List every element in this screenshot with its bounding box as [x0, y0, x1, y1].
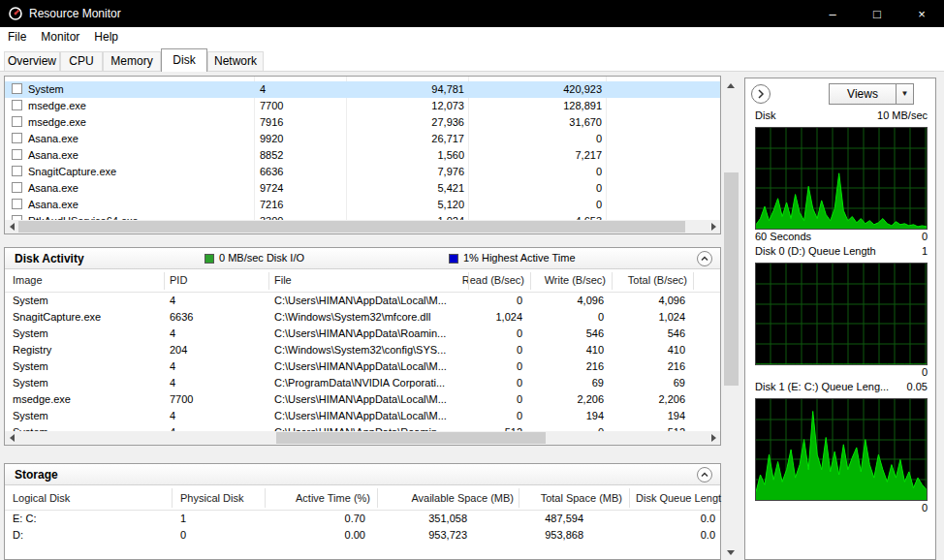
column-header-physical-disk[interactable]: Physical Disk	[180, 492, 243, 504]
chevron-down-icon[interactable]: ▼	[896, 84, 913, 104]
available-space-cell: 351,058	[370, 513, 467, 524]
process-checkbox[interactable]	[12, 116, 22, 127]
collapse-disk-activity-button[interactable]	[697, 251, 712, 266]
process-checkbox[interactable]	[12, 166, 22, 176]
column-divider	[468, 272, 469, 290]
scrollbar-thumb[interactable]	[724, 172, 739, 386]
storage-header: Storage	[5, 464, 720, 485]
pid-cell: 4	[170, 360, 175, 372]
process-row[interactable]: SnagitCapture.exe 6636 7,976 0	[5, 164, 720, 180]
scrollbar-thumb[interactable]	[18, 221, 685, 233]
process-checkbox[interactable]	[12, 199, 22, 209]
column-header-available-space[interactable]: Available Space (MB)	[388, 492, 514, 504]
disk-activity-row[interactable]: Registry 204 C:\Windows\System32\config\…	[5, 342, 720, 358]
column-header-read[interactable]: Read (B/sec)	[447, 274, 524, 286]
tab-memory[interactable]: Memory	[103, 51, 161, 71]
image-cell: System	[13, 295, 48, 306]
scroll-left-icon[interactable]	[5, 220, 18, 233]
process-image-cell: Asana.exe	[28, 182, 79, 194]
disk-queue-cell: 0.0	[638, 529, 715, 541]
column-header-file[interactable]: File	[274, 274, 292, 286]
column-header-image[interactable]: Image	[13, 274, 43, 286]
graph-max-label: 1	[922, 245, 928, 261]
logical-disk-cell: D:	[13, 529, 23, 541]
process-row[interactable]: Asana.exe 7216 5,120 0	[5, 197, 720, 213]
maximize-button[interactable]: □	[855, 0, 899, 27]
disk-activity-row[interactable]: SnagitCapture.exe 6636 C:\Windows\System…	[5, 309, 720, 326]
menu-file[interactable]: File	[8, 30, 33, 44]
tabbar: Overview CPU Memory Disk Network	[0, 47, 944, 72]
scroll-right-icon[interactable]	[707, 220, 720, 233]
file-cell: C:\Windows\System32\mfcore.dll	[274, 311, 468, 323]
views-button[interactable]: Views ▼	[829, 83, 914, 105]
process-row[interactable]: msedge.exe 7700 12,073 128,891	[5, 98, 720, 114]
storage-row[interactable]: E: C: 1 0.70 351,058 487,594 0.0	[5, 511, 720, 527]
process-checkbox[interactable]	[12, 100, 22, 110]
process-row[interactable]: msedge.exe 7916 27,936 31,670	[5, 114, 720, 131]
total-cell: 1,024	[612, 311, 685, 323]
total-cell: 2,206	[612, 393, 685, 405]
process-row[interactable]: System 4 94,781 420,923	[5, 81, 720, 98]
image-cell: System	[13, 410, 48, 421]
maximize-icon: □	[873, 7, 881, 21]
column-header-pid[interactable]: PID	[170, 274, 187, 286]
tab-network[interactable]: Network	[207, 51, 264, 71]
process-read-cell: 7,976	[354, 166, 464, 177]
process-checkbox[interactable]	[12, 182, 22, 193]
window-controls: – □ ×	[810, 0, 944, 27]
disk-activity-row[interactable]: System 4 C:\Users\HIMAN\AppData\Local\M.…	[5, 408, 720, 424]
process-row[interactable]: RtkAudUService64.exe 3300 1,024 4,653	[5, 213, 720, 220]
views-label: Views	[830, 87, 896, 101]
total-cell: 4,096	[612, 295, 685, 306]
tab-overview[interactable]: Overview	[4, 51, 60, 71]
process-checkbox[interactable]	[12, 149, 22, 160]
tab-disk[interactable]: Disk	[161, 48, 207, 72]
disk-activity-row[interactable]: System 4 C:\ProgramData\NVIDIA Corporati…	[5, 375, 720, 391]
pid-cell: 4	[170, 295, 175, 306]
total-space-cell: 953,868	[487, 529, 583, 541]
process-checkbox[interactable]	[12, 83, 22, 94]
tab-cpu[interactable]: CPU	[60, 51, 103, 71]
disk-activity-horizontal-scrollbar[interactable]	[5, 431, 720, 445]
column-header-active-time[interactable]: Active Time (%)	[273, 492, 370, 504]
process-row[interactable]: Asana.exe 8852 1,560 7,217	[5, 147, 720, 164]
file-cell: C:\Users\HIMAN\AppData\Local\M...	[274, 360, 468, 372]
scroll-right-icon[interactable]	[707, 431, 720, 445]
disk-activity-row[interactable]: System 4 C:\Users\HIMAN\AppData\Roamin..…	[5, 326, 720, 342]
column-header-logical-disk[interactable]: Logical Disk	[13, 492, 70, 504]
disk-activity-row[interactable]: System 4 C:\Users\HIMAN\AppData\Local\M.…	[5, 293, 720, 309]
collapse-panel-button[interactable]	[751, 84, 771, 104]
column-header-total-space[interactable]: Total Space (MB)	[506, 492, 622, 504]
menu-help[interactable]: Help	[94, 30, 125, 44]
resource-monitor-window: Resource Monitor – □ × File Monitor Help…	[0, 0, 944, 560]
process-row[interactable]: Asana.exe 9920 26,717 0	[5, 131, 720, 147]
column-header-total[interactable]: Total (B/sec)	[610, 274, 687, 286]
disk-activity-section: Disk Activity 0 MB/sec Disk I/O 1% Highe…	[4, 247, 721, 446]
storage-row[interactable]: D: 0 0.00 953,723 953,868 0.0	[5, 527, 720, 544]
disk-activity-row[interactable]: System 4 C:\Users\HIMAN\AppData\Local\M.…	[5, 358, 720, 375]
scroll-left-icon[interactable]	[5, 431, 18, 445]
process-pid-cell: 7700	[260, 100, 283, 111]
image-cell: System	[13, 360, 48, 372]
process-row[interactable]: Asana.exe 9724 5,421 0	[5, 180, 720, 197]
active-time-legend-swatch	[449, 254, 458, 264]
disk-activity-row[interactable]: System 4 C:\Users\HIMAN\AppData\Roamin..…	[5, 424, 720, 431]
scrollbar-thumb[interactable]	[276, 432, 546, 444]
minimize-icon: –	[829, 7, 835, 21]
disk-io-graph	[755, 127, 928, 230]
collapse-storage-button[interactable]	[697, 467, 712, 482]
scroll-down-icon[interactable]	[723, 544, 739, 560]
scroll-up-icon[interactable]	[723, 76, 739, 92]
page-vertical-scrollbar[interactable]	[723, 76, 739, 560]
minimize-button[interactable]: –	[810, 0, 855, 27]
process-checkbox[interactable]	[12, 133, 22, 143]
menu-monitor[interactable]: Monitor	[41, 30, 86, 44]
close-button[interactable]: ×	[899, 0, 944, 27]
write-cell: 546	[530, 327, 604, 339]
storage-section: Storage Logical Disk Physical Disk Activ…	[4, 463, 721, 560]
disk-activity-row[interactable]: msedge.exe 7700 C:\Users\HIMAN\AppData\L…	[5, 391, 720, 408]
graph-min-label: 0	[922, 502, 928, 515]
processes-horizontal-scrollbar[interactable]	[5, 220, 720, 233]
column-header-disk-queue[interactable]: Disk Queue Lengt	[636, 492, 728, 504]
column-header-write[interactable]: Write (B/sec)	[528, 274, 606, 286]
